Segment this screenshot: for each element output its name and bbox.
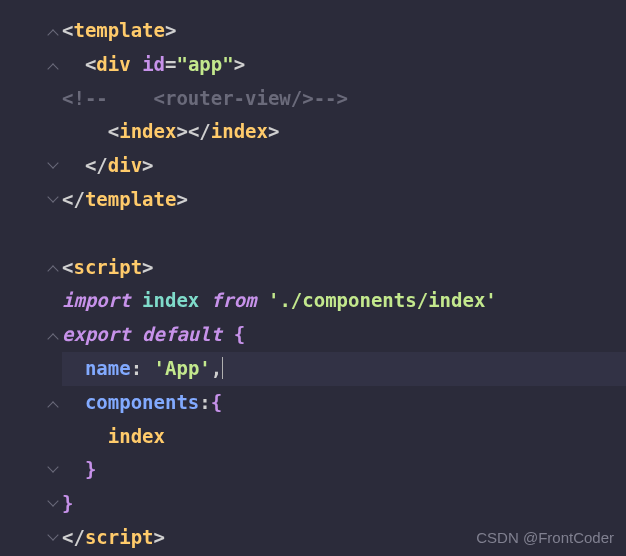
code-line: <div id="app"> [62,48,626,82]
fold-open-icon[interactable] [48,262,58,272]
fold-close-icon[interactable] [48,533,58,543]
code-line: <script> [62,251,626,285]
code-line [62,217,626,251]
code-line: components:{ [62,386,626,420]
code-line: index [62,420,626,454]
fold-close-icon[interactable] [48,499,58,509]
code-line: import index from './components/index' [62,284,626,318]
fold-close-icon[interactable] [48,161,58,171]
code-line: export default { [62,318,626,352]
watermark: CSDN @FrontCoder [476,529,614,546]
fold-open-icon[interactable] [48,60,58,70]
code-line: <index></index> [62,115,626,149]
code-editor: <template> <div id="app"> <!-- <router-v… [0,0,626,556]
fold-open-icon[interactable] [48,398,58,408]
code-line: } [62,453,626,487]
code-line: <template> [62,14,626,48]
code-line: </template> [62,183,626,217]
cursor [222,357,223,379]
fold-open-icon[interactable] [48,26,58,36]
code-line: <!-- <router-view/>--> [62,82,626,116]
fold-close-icon[interactable] [48,195,58,205]
code-line: name: 'App', [62,352,626,386]
code-line: </div> [62,149,626,183]
fold-open-icon[interactable] [48,330,58,340]
fold-close-icon[interactable] [48,465,58,475]
code-line: } [62,487,626,521]
gutter [0,0,62,556]
code-area[interactable]: <template> <div id="app"> <!-- <router-v… [62,0,626,556]
